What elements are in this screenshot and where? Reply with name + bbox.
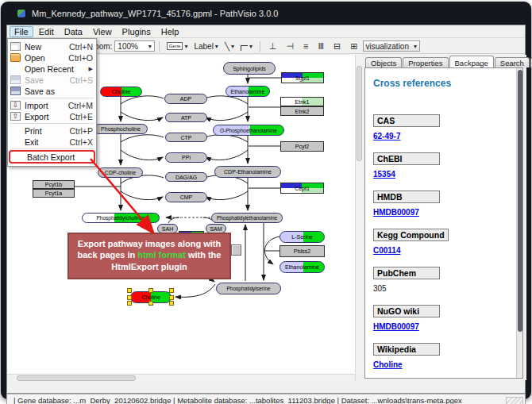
line-tool-button[interactable]: ╲▾ — [222, 41, 237, 52]
pathway-node-sphingolipids[interactable]: Sphingolipids — [223, 62, 276, 75]
file-menu-item-export[interactable]: ExportCtrl+E — [8, 111, 96, 121]
pathway-node-phosphatidylethanolamine[interactable]: Phosphatidylethanolamine — [211, 213, 283, 223]
section-title: Kegg Compound — [373, 229, 449, 241]
pathway-node-l-serine[interactable]: L-Serine — [279, 231, 325, 243]
label-tool-button[interactable]: Label▾ — [191, 41, 220, 52]
section-title: CAS — [373, 114, 440, 127]
backpage-scrollbar[interactable] — [516, 68, 522, 378]
pathway-node-ethanolamine-bottom[interactable]: Ethanolamine — [279, 261, 325, 273]
menu-plugins[interactable]: Plugins — [118, 26, 156, 37]
selection-handle[interactable] — [169, 288, 174, 293]
menu-edit[interactable]: Edit — [34, 26, 59, 37]
file-menu-item-exit[interactable]: ExitCtrl+X — [8, 137, 96, 147]
pathway-node-phosphocholine[interactable]: Phosphocholine — [94, 124, 148, 134]
menu-item-label: New — [25, 42, 64, 52]
stack-horizontal-icon[interactable]: Ⅲ — [313, 41, 329, 51]
stack-vertical-icon[interactable]: ≡ — [299, 41, 313, 51]
menu-item-label: Import — [25, 101, 64, 110]
menu-item-label: Batch Export — [27, 152, 91, 162]
pathway-node-adp[interactable]: ADP — [164, 94, 207, 104]
scrollbar-thumb[interactable] — [357, 66, 362, 161]
file-menu-item-new[interactable]: NewCtrl+N — [8, 41, 96, 52]
datanode-tool-button[interactable]: Gene▾ — [164, 41, 191, 51]
zoom-combobox[interactable]: 100%▾ — [114, 40, 154, 52]
common-height-icon[interactable]: ⊞ — [345, 41, 362, 51]
pathway-node-cdp-ethanolamine[interactable]: CDP-Ethanolamine — [214, 166, 281, 178]
pathway-node-etnk2[interactable]: Etnk2 — [280, 106, 324, 116]
align-center-y-icon[interactable]: ⊣ — [281, 41, 299, 51]
pathway-node-phosphatidylcholines[interactable]: Phosphatidylcholines — [82, 213, 160, 223]
tab-search[interactable]: Search — [495, 57, 530, 67]
pathway-node-ppi[interactable]: PPi — [165, 152, 207, 163]
menu-help[interactable]: Help — [156, 26, 184, 37]
pathway-node-atp[interactable]: ATP — [165, 113, 207, 122]
file-menu-item-open-recent[interactable]: Open Recent▶ — [8, 63, 96, 74]
menu-item-label: Open Recent — [25, 64, 89, 74]
scrollbar-thumb[interactable] — [17, 375, 136, 381]
toolbar-separator — [260, 41, 260, 52]
pathway-node-etnk1[interactable]: Etnk1 — [280, 97, 324, 106]
tab-objects[interactable]: Objects — [365, 57, 402, 67]
xref-link[interactable]: 62-49-7 — [373, 132, 522, 140]
pathway-node-choline-top[interactable]: Choline — [100, 87, 142, 97]
status-bar: | Gene database: ...m_Derby_20120602.bri… — [6, 394, 526, 404]
chevron-down-icon: ▾ — [215, 43, 218, 50]
backpage-section-nugo-wiki: NuGO wikiHMDB00097 — [373, 303, 522, 331]
resize-grip-icon[interactable] — [506, 397, 523, 404]
connector-tool-button[interactable]: ▾ — [238, 41, 255, 52]
selection-handle[interactable] — [169, 301, 174, 306]
scrollbar-thumb[interactable] — [518, 70, 522, 332]
menu-item-label: Save as — [25, 87, 93, 96]
file-menu-item-import[interactable]: ImportCtrl+M — [8, 100, 96, 110]
selection-handle[interactable] — [127, 301, 132, 306]
xref-link[interactable]: C00114 — [373, 246, 522, 255]
visualization-combobox[interactable]: visualization▾ — [363, 40, 421, 52]
backpage-section-hmdb: HMDBHMDB00097 — [373, 189, 522, 217]
backpage-section-wikipedia: WikipediaCholine — [373, 341, 522, 369]
selection-handle[interactable] — [169, 295, 174, 300]
pathway-node-cmp[interactable]: CMP — [165, 192, 207, 202]
pathway-node-pcyt1b[interactable]: Pcyt1b — [33, 180, 75, 189]
xref-link[interactable]: HMDB00097 — [373, 322, 522, 331]
section-title: HMDB — [373, 190, 440, 203]
pathway-node-ptdss2[interactable]: Ptdss2 — [279, 245, 325, 257]
menu-item-label: Save — [25, 75, 65, 85]
pathway-node-sgpl1[interactable]: Sgpl1 — [281, 72, 324, 83]
app-icon — [17, 9, 26, 18]
canvas-horizontal-scrollbar[interactable] — [7, 374, 355, 381]
pathway-node-cept1[interactable]: Cept1 — [280, 183, 324, 194]
file-menu-item-print[interactable]: PrintCtrl+P — [8, 125, 96, 136]
common-width-icon[interactable]: ⊟ — [329, 41, 345, 51]
menu-item-shortcut: Ctrl+E — [70, 112, 93, 121]
menu-view[interactable]: View — [88, 26, 117, 37]
tab-properties[interactable]: Properties — [403, 57, 448, 67]
callout-anchor-handle — [231, 244, 241, 256]
pathway-node-ethanolamine-top[interactable]: Ethanolamine — [226, 86, 270, 97]
xref-link[interactable]: HMDB00097 — [373, 208, 522, 217]
file-menu-item-batch-export[interactable]: Batch Export — [10, 152, 94, 162]
selection-handle[interactable] — [148, 288, 153, 293]
pathway-node-pcyt1a[interactable]: Pcyt1a — [33, 189, 75, 198]
menu-item-shortcut: Ctrl+P — [70, 126, 93, 136]
tab-backpage[interactable]: Backpage — [449, 56, 494, 67]
pathway-node-cdp-choline[interactable]: CDP-choline — [98, 167, 143, 178]
gene-node-icon: Gene — [167, 42, 183, 50]
selection-handle[interactable] — [148, 301, 153, 306]
menu-item-label: Export — [25, 112, 65, 121]
pathway-node-ctp[interactable]: CTP — [165, 133, 207, 142]
pathway-node-o-phosphoethanolamine[interactable]: O-Phosphoethanolamine — [213, 125, 284, 136]
pathway-node-pcyt2[interactable]: Pcyt2 — [280, 141, 324, 152]
xref-link[interactable]: 15354 — [373, 170, 522, 179]
title-bar[interactable]: Mm_Kennedy_pathway_WP1771_45176.gpml - P… — [1, 2, 531, 25]
menu-file[interactable]: File — [10, 26, 33, 37]
menu-data[interactable]: Data — [60, 26, 87, 37]
pathway-node-dag-ag[interactable]: DAG/AG — [165, 172, 207, 182]
selection-handle[interactable] — [127, 295, 132, 300]
file-menu-item-open[interactable]: OpenCtrl+O — [8, 52, 96, 63]
align-center-x-icon[interactable]: ⊥ — [264, 41, 282, 51]
pathway-node-phosphatidylserine[interactable]: Phosphatidylserine — [216, 283, 281, 294]
selection-handle[interactable] — [127, 288, 132, 293]
file-menu-item-save-as[interactable]: Save as — [8, 86, 96, 96]
canvas-vertical-scrollbar[interactable] — [355, 55, 362, 380]
xref-link[interactable]: Choline — [373, 360, 522, 369]
